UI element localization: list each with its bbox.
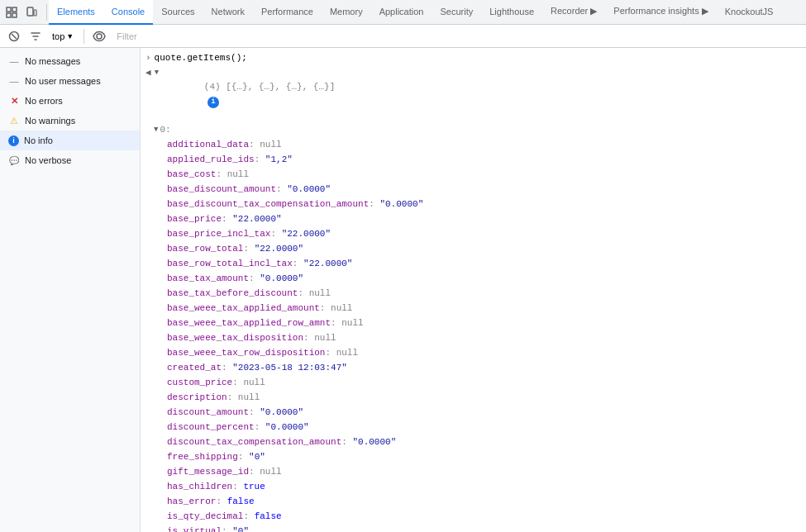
svg-rect-0 [7,7,11,12]
no-errors-icon: ✕ [8,95,20,107]
field-base-tax-before-discount: base_tax_before_discount: null [141,287,806,302]
item-0-header[interactable]: ▼ 0: [141,123,806,138]
filter-label: Filter [117,31,801,41]
field-description: description: null [141,391,806,406]
no-warnings-icon: ⚠ [8,115,20,126]
sidebar-item-no-messages[interactable]: — No messages [0,51,140,71]
tab-knockoutjs[interactable]: KnockoutJS [717,0,782,25]
field-discount-percent: discount_percent: "0.0000" [141,420,806,435]
sidebar-item-no-user-messages[interactable]: — No user messages [0,71,140,91]
inspect-icon[interactable] [3,4,20,21]
tab-bar: Elements Console Sources Network Perform… [0,0,806,25]
field-gift-message-id: gift_message_id: null [141,465,806,480]
svg-point-8 [97,34,102,39]
tab-application[interactable]: Application [371,0,432,25]
sidebar-item-no-info[interactable]: i No info [0,131,140,150]
svg-rect-2 [7,13,11,17]
field-created-at: created_at: "2023-05-18 12:03:47" [141,361,806,376]
tab-elements[interactable]: Elements [49,0,103,25]
console-command: quote.getItems(); [155,51,801,65]
tab-memory[interactable]: Memory [322,0,371,25]
field-base-weee-tax-disposition: base_weee_tax_disposition: null [141,331,806,346]
field-is-qty-decimal: is_qty_decimal: false [141,510,806,525]
no-verbose-icon: 💬 [8,154,20,166]
array-expand-btn[interactable]: ▼ [155,66,159,80]
field-additional-data: additional_data: null [141,138,806,153]
svg-rect-1 [12,7,17,12]
console-prompt: › [145,51,151,65]
tab-security[interactable]: Security [432,0,481,25]
eye-icon[interactable] [90,27,108,45]
field-base-cost: base_cost: null [141,168,806,183]
svg-rect-3 [12,13,17,17]
field-base-row-total: base_row_total: "22.0000" [141,242,806,257]
main-area: — No messages — No user messages ✕ No er… [0,48,806,532]
field-base-discount-tax: base_discount_tax_compensation_amount: "… [141,197,806,212]
no-user-messages-icon: — [8,75,20,87]
field-custom-price: custom_price: null [141,376,806,391]
context-selector[interactable]: top ▼ [48,27,78,45]
toolbar-divider [83,29,84,44]
item-0-expand[interactable]: ▼ [154,123,158,137]
sidebar-item-no-warnings[interactable]: ⚠ No warnings [0,111,140,131]
console-command-line: › quote.getItems(); [141,51,806,66]
field-base-discount-amount: base_discount_amount: "0.0000" [141,183,806,197]
clear-console-icon[interactable] [5,27,23,45]
tab-performance[interactable]: Performance [253,0,322,25]
field-applied-rule-ids: applied_rule_ids: "1,2" [141,153,806,168]
field-discount-tax-compensation: discount_tax_compensation_amount: "0.000… [141,435,806,450]
field-is-virtual: is_virtual: "0" [141,525,806,532]
array-preview: (4) [{…}, {…}, {…}, {…}] i [160,66,801,122]
sidebar-item-no-errors[interactable]: ✕ No errors [0,91,140,111]
tab-lighthouse[interactable]: Lighthouse [481,0,542,25]
devtools-icons [3,4,47,21]
field-has-children: has_children: true [141,480,806,495]
console-toolbar: top ▼ Filter [0,25,806,48]
sidebar-item-no-verbose[interactable]: 💬 No verbose [0,150,140,170]
result-prompt: ◀ [145,66,151,80]
field-discount-amount: discount_amount: "0.0000" [141,406,806,420]
field-has-error: has_error: false [141,495,806,510]
field-base-price: base_price: "22.0000" [141,212,806,227]
no-messages-icon: — [8,55,20,67]
console-result-line[interactable]: ◀ ▼ (4) [{…}, {…}, {…}, {…}] i [141,66,806,123]
field-base-weee-tax-applied-amount: base_weee_tax_applied_amount: null [141,302,806,316]
filter-icon[interactable] [26,27,45,45]
field-base-price-incl-tax: base_price_incl_tax: "22.0000" [141,227,806,242]
field-base-weee-tax-applied-row: base_weee_tax_applied_row_amnt: null [141,316,806,331]
tab-performance-insights[interactable]: Performance insights ▶ [605,0,716,25]
sidebar: — No messages — No user messages ✕ No er… [0,48,141,532]
svg-line-7 [12,34,17,39]
field-base-weee-tax-row-disposition: base_weee_tax_row_disposition: null [141,346,806,361]
console-output[interactable]: › quote.getItems(); ◀ ▼ (4) [{…}, {…}, {… [141,48,806,532]
tab-network[interactable]: Network [203,0,253,25]
device-icon[interactable] [23,4,40,21]
field-free-shipping: free_shipping: "0" [141,450,806,465]
field-base-row-total-incl-tax: base_row_total_incl_tax: "22.0000" [141,257,806,272]
field-base-tax-amount: base_tax_amount: "0.0000" [141,272,806,287]
tab-recorder[interactable]: Recorder ▶ [542,0,605,25]
no-info-icon: i [8,135,19,146]
svg-rect-5 [34,10,36,16]
info-badge: i [207,97,219,108]
svg-rect-4 [27,7,33,16]
tab-sources[interactable]: Sources [153,0,203,25]
tab-console[interactable]: Console [103,0,153,25]
